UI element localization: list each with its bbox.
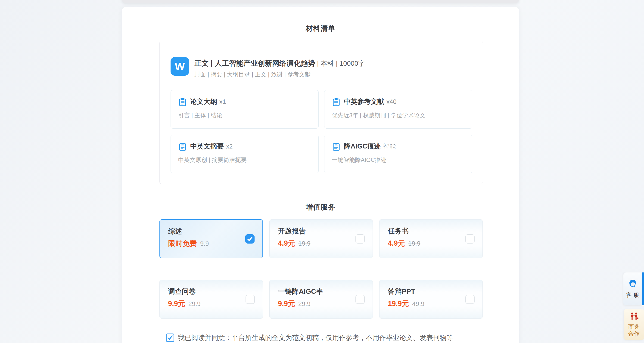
material-description: 一键智能降AIGC痕迹 [332, 156, 386, 164]
service-price-row: 4.9元19.9 [388, 239, 420, 248]
document-meta: | 本科 | 10000字 [315, 60, 365, 67]
clipboard-icon [332, 98, 341, 106]
service-price: 19.9元 [388, 300, 409, 308]
services-grid: 综述 限时免费9.9 开题报告 4.9元19.9 任务书 4.9元19.9 调查… [160, 219, 483, 319]
service-name: 答辩PPT [388, 287, 415, 296]
material-name: 论文大纲x1 [190, 97, 226, 106]
service-old-price: 9.9 [200, 240, 209, 247]
agreement-text: 我已阅读并同意：平台所生成的全文为范文初稿，仅用作参考，不用作毕业论文、发表刊物… [178, 333, 453, 342]
material-description: 优先近3年 | 权威期刊 | 学位学术论文 [332, 111, 426, 119]
service-checkbox[interactable] [356, 295, 365, 304]
business-cooperation-button[interactable]: 商务 合作 [624, 309, 644, 340]
material-card: 论文大纲x1 引言 | 主体 | 结论 [170, 90, 319, 129]
customer-service-edge-strip [642, 273, 644, 305]
service-card[interactable]: 一键降AIGC率 9.9元29.9 [269, 280, 373, 319]
word-doc-icon-letter: W [175, 60, 185, 73]
material-description: 中英文原创 | 摘要简洁扼要 [178, 156, 246, 164]
materials-grid: 论文大纲x1 引言 | 主体 | 结论 中英参考文献x40 优先近3年 | 权威… [170, 90, 472, 173]
previous-card-bottom-edge [122, 0, 519, 3]
service-card[interactable]: 调查问卷 9.9元29.9 [160, 280, 263, 319]
material-name: 降AIGC痕迹智能 [344, 142, 396, 151]
order-config-panel: 材料清单 W 正文 | 人工智能产业创新网络演化趋势 | 本科 | 10000字… [122, 7, 519, 343]
service-price-row: 限时免费9.9 [168, 239, 209, 248]
checkmark-icon [247, 236, 253, 242]
service-price: 限时免费 [168, 239, 197, 248]
clipboard-icon [178, 142, 187, 151]
service-price-row: 19.9元49.9 [388, 299, 424, 309]
material-description: 引言 | 主体 | 结论 [178, 111, 222, 119]
service-price-row: 9.9元29.9 [278, 299, 310, 309]
clipboard-icon [178, 98, 187, 106]
service-card[interactable]: 答辩PPT 19.9元49.9 [379, 280, 483, 319]
business-cooperation-label: 商务 合作 [628, 323, 640, 337]
material-name: 中英文摘要x2 [190, 142, 233, 151]
material-card: 中英参考文献x40 优先近3年 | 权威期刊 | 学位学术论文 [324, 90, 472, 129]
service-checkbox[interactable] [465, 295, 474, 304]
service-checkbox[interactable] [245, 234, 254, 244]
service-price: 4.9元 [278, 239, 295, 247]
material-card: 降AIGC痕迹智能 一键智能降AIGC痕迹 [324, 135, 472, 173]
material-quantity: x2 [226, 143, 233, 150]
word-doc-icon: W [170, 57, 189, 76]
service-price: 4.9元 [388, 239, 405, 247]
service-card[interactable]: 任务书 4.9元19.9 [379, 219, 483, 258]
service-price: 9.9元 [278, 300, 295, 308]
service-old-price: 19.9 [408, 240, 420, 247]
page: 材料清单 W 正文 | 人工智能产业创新网络演化趋势 | 本科 | 10000字… [0, 0, 644, 343]
document-parts: 封面 | 摘要 | 大纲目录 | 正文 | 致谢 | 参考文献 [194, 70, 310, 78]
service-name: 开题报告 [278, 226, 306, 236]
service-name: 调查问卷 [168, 287, 196, 296]
service-checkbox[interactable] [356, 234, 365, 244]
agreement-row: 我已阅读并同意：平台所生成的全文为范文初稿，仅用作参考，不用作毕业论文、发表刊物… [166, 333, 453, 342]
service-card[interactable]: 综述 限时免费9.9 [160, 219, 263, 258]
checkmark-icon [167, 335, 173, 341]
materials-section-title: 材料清单 [122, 23, 519, 33]
materials-box: W 正文 | 人工智能产业创新网络演化趋势 | 本科 | 10000字 封面 |… [160, 41, 483, 184]
material-quantity: x40 [386, 98, 397, 105]
document-title: 正文 | 人工智能产业创新网络演化趋势 | 本科 | 10000字 [194, 58, 365, 68]
service-old-price: 49.9 [412, 301, 424, 307]
service-card[interactable]: 开题报告 4.9元19.9 [269, 219, 373, 258]
customer-service-button[interactable]: 客 服 [624, 273, 642, 305]
customer-service-label: 客 服 [626, 291, 639, 299]
service-old-price: 29.9 [298, 301, 310, 307]
service-checkbox[interactable] [465, 234, 474, 244]
service-price: 9.9元 [168, 300, 185, 308]
material-name: 中英参考文献x40 [344, 97, 397, 106]
clipboard-icon [332, 142, 341, 151]
agreement-checkbox[interactable] [166, 334, 174, 342]
service-price-row: 4.9元19.9 [278, 239, 310, 248]
services-section-title: 增值服务 [122, 202, 519, 212]
service-old-price: 19.9 [298, 240, 310, 247]
material-card: 中英文摘要x2 中英文原创 | 摘要简洁扼要 [170, 135, 319, 173]
material-quantity: 智能 [383, 143, 396, 150]
service-name: 综述 [168, 227, 182, 236]
service-price-row: 9.9元29.9 [168, 299, 201, 309]
material-quantity: x1 [219, 98, 226, 105]
service-checkbox[interactable] [246, 295, 255, 304]
service-name: 一键降AIGC率 [278, 287, 323, 296]
service-old-price: 29.9 [188, 301, 201, 307]
handshake-people-icon [629, 312, 639, 322]
headset-agent-icon [627, 279, 638, 289]
service-name: 任务书 [388, 226, 409, 236]
